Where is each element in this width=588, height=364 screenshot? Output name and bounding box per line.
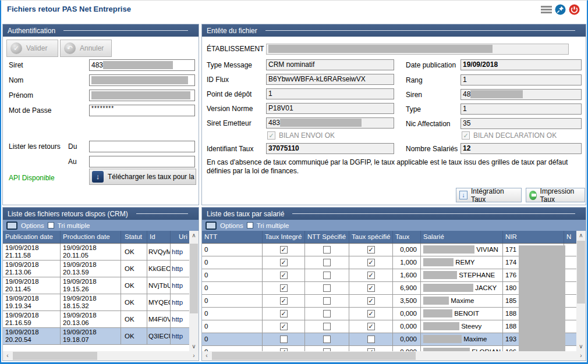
scroll-up-arrow[interactable]: ∧	[189, 231, 199, 240]
taux-cell: 0,000	[393, 308, 421, 320]
id-flux-field[interactable]: B6YbwvWBFA-kL6RARseiwVX	[266, 74, 394, 85]
options-button[interactable]: Options	[21, 222, 44, 229]
scroll-thumb[interactable]	[190, 244, 198, 313]
ntt-specifie-checkbox[interactable]	[323, 246, 331, 254]
taux-integre-checkbox[interactable]	[280, 336, 288, 343]
column-header[interactable]: NTT	[202, 231, 263, 243]
rang-field[interactable]: 1	[461, 74, 582, 85]
scroll-left-arrow[interactable]: ‹	[3, 351, 12, 361]
production-date-cell: 19/09/201819.15.26	[61, 277, 121, 294]
type-field[interactable]: 1	[461, 104, 582, 115]
taux-vertical-scrollbar[interactable]: ∧ ∨	[576, 231, 586, 351]
menu-icon[interactable]	[541, 5, 552, 15]
column-header[interactable]: NTT Spécifié	[305, 231, 349, 243]
column-header[interactable]: NIR	[503, 231, 564, 243]
ntt-specifie-checkbox[interactable]	[323, 259, 331, 266]
nom-field[interactable]	[89, 74, 195, 86]
taux-specifie-checkbox-checked[interactable]: ✓	[367, 297, 375, 305]
column-header[interactable]: Taux spécifié	[349, 231, 393, 243]
table-row[interactable]: 19/09/201821.13.0619/09/201820.13.59OKKk…	[3, 260, 189, 277]
taux-specifie-checkbox-checked[interactable]: ✓	[367, 272, 375, 279]
scroll-down-arrow[interactable]: ∨	[189, 342, 199, 351]
taux-integre-checkbox-checked[interactable]: ✓	[280, 284, 288, 292]
redaction	[280, 119, 362, 127]
column-header[interactable]: N	[564, 231, 576, 243]
power-icon[interactable]	[569, 4, 580, 15]
siret-field[interactable]: 483	[89, 59, 195, 71]
version-norme-field[interactable]: P18V01	[266, 103, 394, 114]
scroll-left-arrow[interactable]: ‹	[202, 351, 211, 361]
password-field[interactable]: ********	[89, 105, 195, 116]
valider-button[interactable]: ✓ Valider	[6, 40, 58, 57]
du-date-picker[interactable]: samedi 1 septembre 2018	[89, 141, 195, 152]
column-header[interactable]: Statut	[121, 231, 147, 243]
identifiant-taux-field[interactable]: 37075110	[266, 143, 394, 154]
monitor-icon[interactable]	[6, 222, 17, 230]
scroll-thumb[interactable]	[212, 352, 416, 360]
crm-horizontal-scrollbar[interactable]: ‹ ›	[3, 351, 199, 361]
column-header[interactable]: Salarié	[421, 231, 503, 243]
scroll-right-arrow[interactable]: ›	[576, 351, 586, 361]
taux-specifie-checkbox-checked[interactable]: ✓	[367, 246, 375, 254]
redaction	[423, 258, 454, 266]
integration-taux-button[interactable]: ↓ Intégration Taux	[456, 188, 522, 202]
scroll-thumb[interactable]	[13, 352, 97, 360]
taux-integre-checkbox-checked[interactable]: ✓	[280, 297, 288, 305]
taux-salaries-panel-header: Liste des taux par salarié	[202, 208, 586, 220]
siret-emetteur-field[interactable]: 483	[266, 117, 394, 129]
column-header[interactable]: Taux	[393, 231, 421, 243]
column-header[interactable]: Publication date	[3, 231, 61, 243]
tri-multiple-checkbox[interactable]	[48, 222, 54, 229]
siren-field[interactable]: 48	[461, 89, 582, 100]
options-button[interactable]: Options	[220, 222, 243, 229]
scroll-up-arrow[interactable]: ∧	[576, 231, 586, 240]
taux-specifie-checkbox-checked[interactable]: ✓	[367, 259, 375, 266]
crm-vertical-scrollbar[interactable]: ∧ ∨	[189, 231, 199, 351]
ntt-specifie-checkbox[interactable]	[323, 310, 331, 317]
impression-taux-button[interactable]: Impression Taux	[526, 188, 585, 202]
table-row[interactable]: 19/09/201821.11.5819/09/201820.11.05OKRV…	[3, 244, 189, 260]
date-publication-field[interactable]: 19/09/2018	[461, 59, 582, 70]
scroll-right-arrow[interactable]: ›	[189, 351, 199, 361]
taux-integre-checkbox-checked[interactable]: ✓	[280, 310, 288, 317]
ntt-specifie-checkbox[interactable]	[323, 272, 331, 279]
ntt-specifie-checkbox[interactable]	[323, 284, 331, 292]
table-row[interactable]: 19/09/201821.16.5919/09/201820.13.06OKM4…	[3, 311, 189, 328]
etablissement-field[interactable]	[266, 44, 569, 55]
n-cell	[564, 282, 576, 294]
taux-specifie-checkbox-checked[interactable]: ✓	[367, 284, 375, 292]
table-row[interactable]: 19/09/201819.19.3419/09/201818.15.32OKMY…	[3, 294, 189, 311]
taux-specifie-checkbox-checked[interactable]: ✓	[367, 310, 375, 317]
au-date-picker[interactable]: mercredi 31 octobre 2018	[89, 156, 195, 167]
annuler-button[interactable]: ↶ Annuler	[60, 40, 112, 57]
scroll-thumb[interactable]	[577, 241, 585, 304]
column-header[interactable]: Id	[147, 231, 171, 243]
taux-integre-checkbox-checked[interactable]: ✓	[280, 272, 288, 279]
taux-horizontal-scrollbar[interactable]: ‹ ›	[202, 351, 586, 361]
ntt-specifie-checkbox[interactable]	[323, 323, 331, 330]
column-header[interactable]: Taux Integré	[263, 231, 305, 243]
tri-multiple-checkbox[interactable]	[247, 222, 253, 229]
monitor-icon[interactable]	[206, 222, 217, 230]
ntt-specifie-checkbox[interactable]	[323, 297, 331, 305]
prenom-field[interactable]	[89, 90, 195, 101]
authentication-panel: Authentification ✓ Valider ↶ Annuler Sir…	[2, 24, 199, 205]
taux-specifie-checkbox-checked[interactable]: ✓	[367, 323, 375, 330]
taux-integre-checkbox-checked[interactable]: ✓	[280, 246, 288, 254]
column-header[interactable]: Production date	[61, 231, 121, 243]
column-header[interactable]: Uri	[171, 231, 189, 243]
taux-specifie-checkbox[interactable]	[367, 336, 375, 343]
ntt-specifie-cell	[305, 256, 349, 269]
taux-integre-checkbox-checked[interactable]: ✓	[280, 323, 288, 330]
pin-icon[interactable]	[555, 4, 566, 15]
telecharger-taux-button[interactable]: ↓ Télécharger les taux pour la période	[89, 169, 196, 185]
table-row[interactable]: 19/09/201820.20.5419/09/201819.18.07OKQ3…	[3, 328, 189, 345]
taux-integre-checkbox-checked[interactable]: ✓	[280, 259, 288, 266]
scroll-down-arrow[interactable]: ∨	[576, 342, 586, 351]
type-message-field[interactable]: CRM nominatif	[266, 59, 394, 70]
point-depot-field[interactable]: 1	[266, 88, 394, 99]
nic-affectation-field[interactable]: 35	[461, 118, 582, 129]
table-row[interactable]: 19/09/201820.11.4519/09/201819.15.26OKNV…	[3, 277, 189, 294]
ntt-specifie-checkbox[interactable]	[323, 336, 331, 343]
nombre-salaries-field[interactable]: 12	[461, 143, 582, 154]
